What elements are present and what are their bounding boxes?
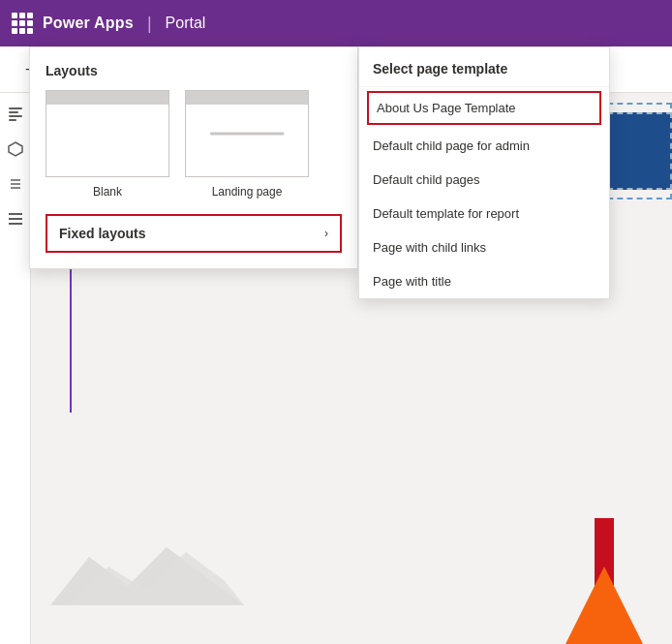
template-list: About Us Page TemplateDefault child page…	[359, 91, 609, 298]
fixed-layouts-chevron-icon: ›	[324, 227, 328, 240]
sidebar-icon-components[interactable]	[6, 139, 25, 159]
topbar-divider: |	[147, 14, 152, 34]
template-panel-title: Select page template	[359, 47, 609, 87]
template-item[interactable]: About Us Page Template	[367, 91, 601, 125]
canvas-mountains	[50, 528, 244, 605]
layouts-grid: Blank Landing page	[46, 90, 342, 199]
landing-layout-label: Landing page	[212, 185, 283, 199]
template-item[interactable]: Page with title	[359, 264, 609, 298]
layouts-panel: Layouts Blank Landing page Fixed layouts…	[29, 46, 358, 269]
svg-rect-0	[9, 107, 22, 109]
template-item[interactable]: Default template for report	[359, 197, 609, 230]
blank-layout-thumb	[46, 90, 169, 177]
layouts-title: Layouts	[46, 63, 342, 78]
svg-rect-10	[9, 223, 22, 225]
svg-rect-8	[9, 213, 22, 215]
left-sidebar	[0, 93, 31, 644]
template-item[interactable]: Default child page for admin	[359, 129, 609, 163]
fixed-layouts-row[interactable]: Fixed layouts ›	[46, 214, 342, 253]
app-name: Power Apps	[43, 15, 134, 32]
svg-marker-4	[9, 142, 22, 156]
landing-thumb-header	[186, 91, 308, 105]
template-item[interactable]: Default child pages	[359, 163, 609, 197]
sidebar-icon-misc[interactable]	[6, 209, 25, 229]
svg-rect-1	[9, 111, 18, 113]
template-panel: Select page template About Us Page Templ…	[358, 46, 610, 299]
blank-layout-item[interactable]: Blank	[46, 90, 169, 199]
landing-layout-thumb	[185, 90, 309, 177]
template-item[interactable]: Page with child links	[359, 230, 609, 264]
canvas-orange-triangle	[565, 567, 643, 644]
blank-thumb-header	[46, 91, 168, 105]
svg-rect-2	[9, 115, 22, 117]
svg-rect-9	[9, 218, 22, 220]
svg-rect-3	[9, 119, 16, 121]
sidebar-icon-settings[interactable]	[6, 174, 25, 194]
landing-page-layout-item[interactable]: Landing page	[185, 90, 309, 199]
topbar: Power Apps | Portal	[0, 0, 672, 46]
sidebar-icon-pages[interactable]	[6, 105, 25, 124]
waffle-icon[interactable]	[12, 13, 33, 34]
portal-label: Portal	[166, 15, 206, 32]
landing-thumb-line	[210, 133, 284, 136]
fixed-layouts-label: Fixed layouts	[59, 226, 145, 241]
blank-layout-label: Blank	[93, 185, 122, 199]
